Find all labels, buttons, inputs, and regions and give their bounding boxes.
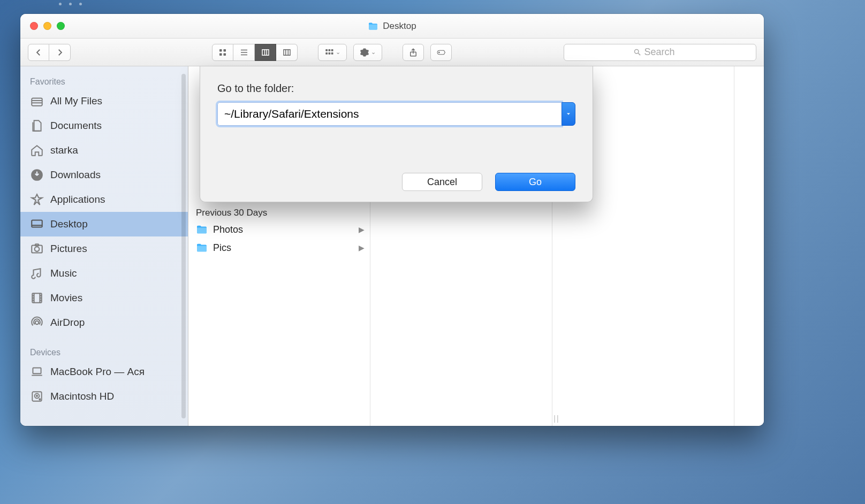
svg-rect-17 [329,52,331,55]
applications-icon [30,193,44,207]
view-switcher [212,44,298,61]
window-title: Desktop [20,21,764,32]
folder-path-input[interactable] [217,102,562,126]
downloads-icon [30,168,44,182]
sidebar-item-label: Applications [50,194,105,205]
svg-rect-40 [33,368,41,373]
chevron-right-icon: ▶ [359,243,365,252]
action-button[interactable]: ⌄ [353,44,382,61]
svg-rect-13 [325,49,328,51]
pictures-icon [30,242,44,256]
sidebar-item-label: Desktop [50,218,88,230]
sidebar-item-documents[interactable]: Documents [20,113,188,138]
sidebar-item-applications[interactable]: Applications [20,187,188,212]
svg-point-43 [36,395,37,396]
svg-point-20 [438,52,439,53]
svg-point-21 [634,50,639,54]
desktop-icon [30,217,44,231]
toolbar: ⌄ ⌄ [20,39,764,66]
path-history-dropdown[interactable] [562,102,575,126]
svg-rect-18 [331,52,333,55]
finder-window: Desktop ⌄ ⌄ [20,14,764,426]
sidebar-item-label: All My Files [50,95,102,107]
back-button[interactable] [28,44,49,61]
sidebar-item-macbook[interactable]: MacBook Pro — Ася [20,360,188,384]
sidebar-item-label: MacBook Pro — Ася [50,366,145,378]
column-resize-handle[interactable]: || [553,414,559,423]
share-button[interactable] [403,44,424,61]
list-view-button[interactable] [233,44,255,61]
sidebar-item-label: Pictures [50,243,87,255]
column-section-header: Previous 30 Days [188,203,370,220]
documents-icon [30,119,44,133]
home-icon [30,143,44,157]
sidebar-section-devices: Devices [20,345,188,360]
window-controls [30,22,65,30]
folder-icon [368,22,378,30]
search-field[interactable] [564,44,756,61]
go-button[interactable]: Go [495,173,575,191]
sidebar-item-movies[interactable]: Movies [20,286,188,310]
sidebar-item-macintosh-hd[interactable]: Macintosh HD [20,384,188,409]
laptop-icon [30,365,44,379]
sidebar-item-pictures[interactable]: Pictures [20,236,188,261]
svg-rect-14 [329,49,331,51]
sidebar-item-label: Macintosh HD [50,391,114,402]
fullscreen-window-button[interactable] [57,22,65,30]
dialog-title: Go to the folder: [217,82,575,95]
movies-icon [30,291,44,305]
icon-view-button[interactable] [212,44,233,61]
sidebar-section-favorites: Favorites [20,74,188,89]
sidebar: Favorites All My Files Documents starka … [20,66,188,426]
nav-buttons [28,44,71,61]
sidebar-item-all-my-files[interactable]: All My Files [20,89,188,113]
list-item-label: Pics [213,242,231,254]
airdrop-icon [30,316,44,330]
forward-button[interactable] [49,44,71,61]
svg-rect-23 [32,98,42,106]
sidebar-item-label: starka [50,144,78,156]
minimize-window-button[interactable] [43,22,51,30]
search-input[interactable] [644,47,687,58]
list-item[interactable]: Pics ▶ [188,239,370,257]
folder-icon [196,225,208,234]
arrange-button[interactable]: ⌄ [318,44,347,61]
svg-rect-16 [325,52,328,55]
column-view-button[interactable] [255,44,276,61]
sidebar-item-label: Music [50,268,77,279]
cancel-button[interactable]: Cancel [402,173,482,191]
svg-point-44 [39,399,40,400]
svg-rect-2 [219,53,222,56]
music-icon [30,266,44,280]
desktop-decoration [59,3,82,5]
hdd-icon [30,390,44,403]
svg-rect-1 [224,49,226,52]
close-window-button[interactable] [30,22,38,30]
sidebar-item-label: Downloads [50,169,101,181]
svg-rect-25 [32,220,42,227]
sidebar-item-downloads[interactable]: Downloads [20,163,188,187]
gallery-view-button[interactable] [276,44,298,61]
sidebar-item-airdrop[interactable]: AirDrop [20,310,188,335]
sidebar-scrollbar[interactable] [181,74,186,418]
all-files-icon [30,94,44,108]
sidebar-item-home[interactable]: starka [20,138,188,163]
chevron-down-icon [565,111,572,117]
search-icon [633,48,641,56]
tags-button[interactable] [430,44,452,61]
svg-rect-10 [284,49,290,55]
folder-icon [196,243,208,253]
sidebar-item-desktop[interactable]: Desktop [20,212,188,236]
svg-rect-0 [219,49,222,52]
chevron-down-icon: ⌄ [336,49,340,56]
sidebar-item-label: Movies [50,292,82,304]
go-to-folder-dialog: Go to the folder: Cancel Go [200,66,593,202]
chevron-right-icon: ▶ [359,225,365,234]
chevron-down-icon: ⌄ [371,49,376,56]
svg-rect-7 [262,49,269,55]
svg-point-39 [35,321,39,325]
sidebar-item-music[interactable]: Music [20,261,188,286]
svg-line-22 [638,53,640,55]
titlebar[interactable]: Desktop [20,14,764,39]
list-item[interactable]: Photos ▶ [188,220,370,239]
